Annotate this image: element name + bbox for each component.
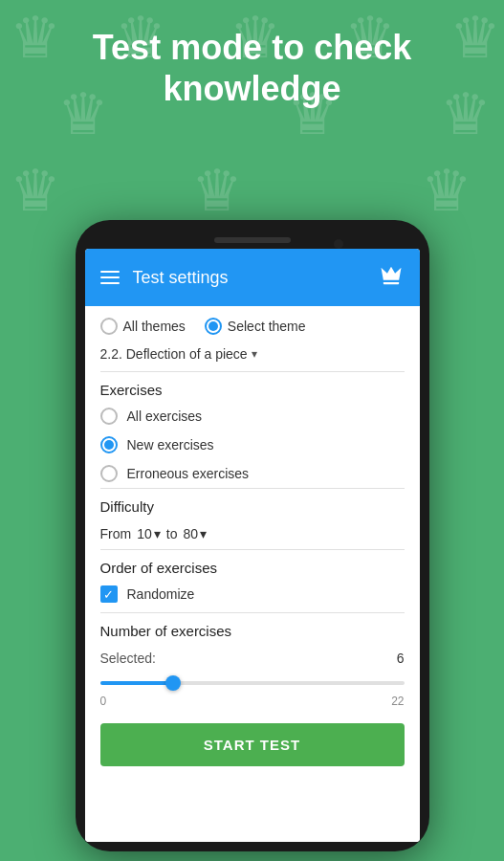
- slider-min: 0: [100, 695, 107, 708]
- randomize-label: Randomize: [127, 586, 195, 602]
- bg-crown-11: ♛: [421, 163, 472, 220]
- to-label: to: [166, 526, 178, 541]
- phone-screen: Test settings All themes S: [85, 249, 420, 842]
- all-exercises-option[interactable]: All exercises: [85, 402, 420, 430]
- header-line2: knowledge: [19, 68, 485, 109]
- slider-fill: [100, 681, 173, 685]
- new-exercises-label: New exercises: [127, 437, 214, 453]
- all-themes-label: All themes: [123, 319, 186, 334]
- erroneous-exercises-option[interactable]: Erroneous exercises: [85, 459, 420, 488]
- randomize-row[interactable]: ✓ Randomize: [85, 580, 420, 612]
- new-exercises-radio-dot: [104, 440, 114, 450]
- new-exercises-radio[interactable]: [100, 436, 118, 453]
- crown-icon[interactable]: [378, 262, 405, 293]
- difficulty-row: From 10 ▾ to 80 ▾: [85, 519, 420, 549]
- menu-button[interactable]: [100, 271, 120, 284]
- from-label: From: [100, 526, 132, 541]
- from-dropdown[interactable]: 10 ▾: [137, 526, 161, 541]
- theme-dropdown-value: 2.2. Deflection of a piece: [100, 346, 248, 362]
- number-title: Number of exercises: [85, 613, 420, 643]
- selected-value: 6: [397, 651, 405, 666]
- slider-labels: 0 22: [100, 695, 405, 712]
- theme-dropdown[interactable]: 2.2. Deflection of a piece ▾: [100, 346, 257, 362]
- app-bar: Test settings: [85, 249, 420, 306]
- from-arrow: ▾: [154, 526, 161, 541]
- slider-track[interactable]: [100, 681, 405, 685]
- select-theme-option[interactable]: Select theme: [205, 318, 306, 335]
- header-text: Test mode to check knowledge: [0, 27, 504, 109]
- all-themes-radio[interactable]: [100, 318, 118, 335]
- phone-speaker: [214, 237, 291, 243]
- randomize-checkbox[interactable]: ✓: [100, 585, 118, 603]
- selected-row: Selected: 6: [85, 643, 420, 670]
- all-themes-option[interactable]: All themes: [100, 318, 186, 335]
- selected-label: Selected:: [100, 651, 156, 666]
- select-theme-label: Select theme: [228, 319, 306, 334]
- phone-camera: [334, 239, 343, 249]
- order-title: Order of exercises: [85, 550, 420, 580]
- select-theme-radio-dot: [208, 321, 218, 331]
- all-exercises-label: All exercises: [127, 408, 203, 424]
- all-exercises-radio[interactable]: [100, 408, 118, 425]
- erroneous-exercises-radio[interactable]: [100, 465, 118, 482]
- to-value: 80: [183, 526, 198, 541]
- app-bar-title: Test settings: [133, 268, 229, 288]
- exercises-title: Exercises: [85, 372, 420, 402]
- from-value: 10: [137, 526, 152, 541]
- start-test-button[interactable]: START TEST: [100, 723, 405, 766]
- erroneous-exercises-label: Erroneous exercises: [127, 466, 250, 481]
- checkmark-icon: ✓: [103, 588, 114, 601]
- bg-crown-10: ♛: [191, 163, 243, 220]
- theme-radio-group: All themes Select theme: [85, 306, 420, 341]
- to-dropdown[interactable]: 80 ▾: [183, 526, 207, 541]
- difficulty-title: Difficulty: [85, 489, 420, 519]
- phone-frame: Test settings All themes S: [76, 220, 429, 851]
- select-theme-radio[interactable]: [205, 318, 222, 335]
- new-exercises-option[interactable]: New exercises: [85, 430, 420, 459]
- slider-max: 22: [391, 695, 404, 708]
- theme-dropdown-arrow: ▾: [252, 347, 257, 361]
- screen-content: All themes Select theme 2.2. Deflection …: [85, 306, 420, 842]
- to-arrow: ▾: [200, 526, 207, 541]
- slider-container: 0 22: [85, 670, 420, 716]
- header-line1: Test mode to check: [19, 27, 485, 68]
- slider-thumb[interactable]: [165, 675, 181, 691]
- theme-dropdown-row: 2.2. Deflection of a piece ▾: [85, 341, 420, 371]
- bg-crown-9: ♛: [10, 163, 61, 220]
